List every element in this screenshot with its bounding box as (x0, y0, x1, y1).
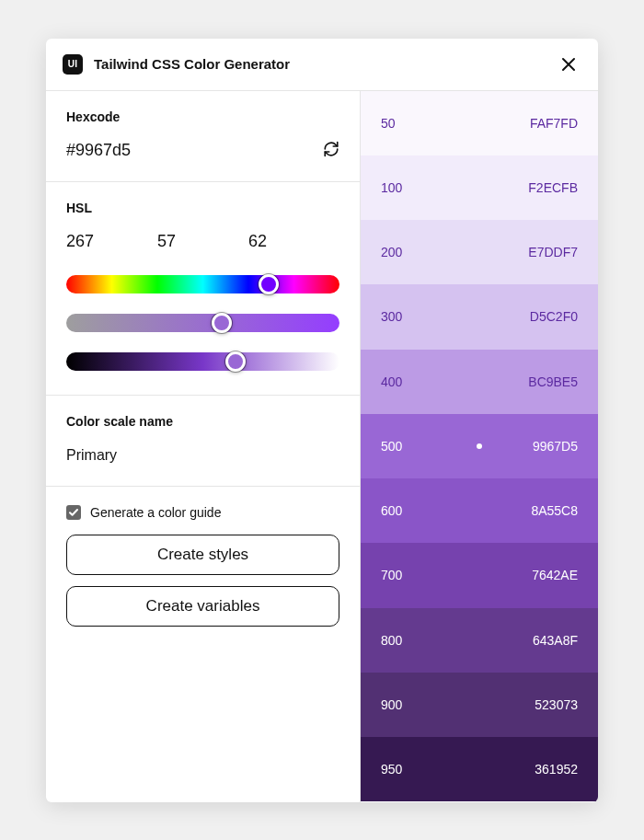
hue-slider-thumb[interactable] (259, 274, 279, 294)
swatch-hex: 7642AE (532, 568, 578, 582)
swatch-step: 800 (381, 633, 402, 648)
swatch-step: 600 (381, 503, 402, 518)
hue-slider[interactable] (66, 275, 339, 293)
swatch-400[interactable]: 400BC9BE5 (361, 350, 598, 414)
brand-icon: UI (63, 54, 83, 75)
hsl-section: HSL 267 57 62 (46, 182, 360, 396)
hsl-l-value[interactable]: 62 (248, 232, 339, 251)
color-scale-column: 50FAF7FD100F2ECFB200E7DDF7300D5C2F0400BC… (361, 91, 598, 802)
swatch-step: 700 (381, 568, 402, 582)
swatch-950[interactable]: 950361952 (361, 737, 598, 801)
generate-guide-row: Generate a color guide (66, 505, 339, 520)
swatch-step: 50 (381, 116, 396, 131)
swatch-hex: 523073 (535, 697, 578, 712)
refresh-icon (323, 141, 339, 157)
swatch-800[interactable]: 800643A8F (361, 608, 598, 673)
swatch-step: 900 (381, 697, 402, 712)
create-variables-button[interactable]: Create variables (66, 586, 339, 627)
swatch-step: 950 (381, 762, 402, 777)
swatch-step: 100 (381, 180, 402, 195)
generate-guide-label: Generate a color guide (90, 505, 221, 520)
swatch-hex: 9967D5 (533, 439, 578, 454)
actions-section: Generate a color guide Create styles Cre… (46, 487, 360, 647)
generate-guide-checkbox[interactable] (66, 505, 81, 520)
hsl-label: HSL (66, 201, 339, 215)
swatch-hex: D5C2F0 (530, 309, 578, 324)
check-icon (68, 507, 79, 518)
create-styles-button[interactable]: Create styles (66, 535, 339, 575)
swatch-step: 400 (381, 374, 402, 389)
lightness-slider[interactable] (66, 352, 339, 371)
hexcode-input[interactable]: #9967d5 (66, 141, 131, 160)
swatch-hex: F2ECFB (528, 180, 578, 195)
scale-name-input[interactable]: Primary (66, 445, 339, 466)
swatch-200[interactable]: 200E7DDF7 (361, 220, 598, 284)
refresh-button[interactable] (323, 141, 339, 161)
swatch-step: 500 (381, 439, 402, 454)
saturation-slider[interactable] (66, 314, 339, 332)
swatch-700[interactable]: 7007642AE (361, 543, 598, 607)
header: UI Tailwind CSS Color Generator (46, 39, 598, 91)
saturation-slider-thumb[interactable] (212, 313, 232, 333)
x-icon (561, 57, 576, 72)
swatch-hex: 643A8F (533, 633, 578, 648)
swatch-step: 300 (381, 309, 402, 324)
swatch-300[interactable]: 300D5C2F0 (361, 284, 598, 349)
hsl-s-value[interactable]: 57 (157, 232, 248, 251)
swatch-hex: 361952 (535, 762, 578, 777)
selected-indicator-icon (477, 443, 482, 449)
panel-title: Tailwind CSS Color Generator (94, 56, 556, 72)
scale-name-section: Color scale name Primary (46, 396, 360, 487)
controls-column: Hexcode #9967d5 HSL 26 (46, 91, 361, 802)
hsl-values: 267 57 62 (66, 232, 339, 251)
swatch-600[interactable]: 6008A55C8 (361, 478, 598, 543)
swatch-hex: E7DDF7 (528, 245, 578, 259)
lightness-slider-thumb[interactable] (225, 351, 246, 372)
scale-name-label: Color scale name (66, 414, 339, 429)
swatch-500[interactable]: 5009967D5 (361, 414, 598, 478)
plugin-panel: UI Tailwind CSS Color Generator Hexcode … (46, 39, 598, 802)
swatch-50[interactable]: 50FAF7FD (361, 91, 598, 155)
panel-body: Hexcode #9967d5 HSL 26 (46, 91, 598, 802)
swatch-100[interactable]: 100F2ECFB (361, 155, 598, 220)
close-button[interactable] (556, 52, 581, 77)
hsl-h-value[interactable]: 267 (66, 232, 157, 251)
swatch-hex: 8A55C8 (531, 503, 578, 518)
swatch-hex: FAF7FD (530, 116, 578, 131)
swatch-hex: BC9BE5 (528, 374, 578, 389)
hexcode-label: Hexcode (66, 109, 339, 124)
swatch-900[interactable]: 900523073 (361, 673, 598, 737)
swatch-step: 200 (381, 245, 402, 259)
hexcode-section: Hexcode #9967d5 (46, 91, 360, 182)
